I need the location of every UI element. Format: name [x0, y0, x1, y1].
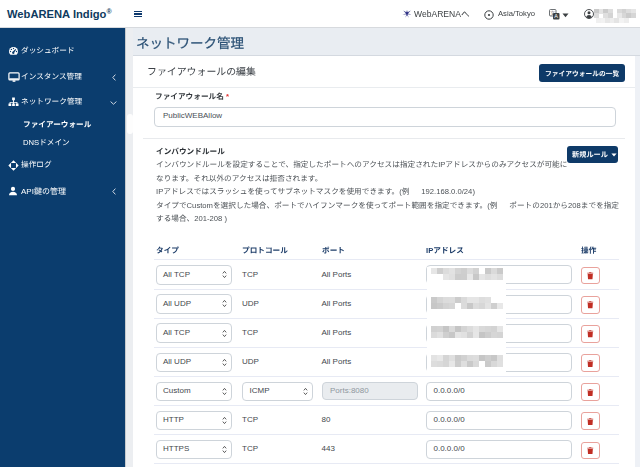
svg-text:A: A — [554, 13, 558, 19]
